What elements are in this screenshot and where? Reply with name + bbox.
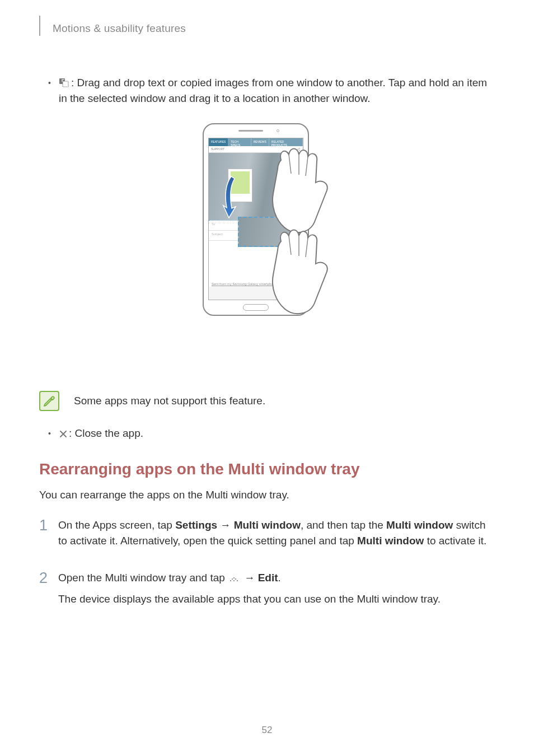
figure-subject-label: Subject	[212, 232, 223, 239]
step-text: to activate it.	[424, 535, 486, 547]
bullet-drag-text: : Drag and drop text or copied images fr…	[59, 77, 487, 104]
svg-point-8	[233, 580, 235, 581]
label-multi-window-switch: Multi window	[386, 519, 453, 531]
note-callout: Some apps may not support this feature.	[39, 391, 495, 411]
svg-rect-1	[63, 81, 68, 87]
note-icon	[39, 391, 59, 411]
hand-lower-icon	[253, 216, 343, 322]
bullet-drag: • : Drag and drop text or copied images …	[48, 75, 495, 106]
label-settings: Settings	[175, 519, 217, 531]
header-section-title: Motions & usability features	[53, 21, 186, 35]
section-intro: You can rearrange the apps on the Multi …	[39, 487, 495, 503]
bullet-close: • : Close the app.	[48, 426, 495, 441]
step-2: 2 Open the Multi window tray and tap → E…	[39, 570, 495, 613]
arrow-icon: →	[241, 572, 258, 584]
svg-point-5	[230, 580, 231, 581]
bullet-marker: •	[48, 426, 51, 441]
step-2-line2: The device displays the available apps t…	[58, 591, 495, 607]
svg-point-7	[233, 577, 235, 578]
drag-arrow-icon	[221, 173, 241, 223]
step-2-body: Open the Multi window tray and tap → Edi…	[58, 570, 495, 613]
step-text: , and then tap the	[301, 519, 386, 531]
label-multi-window-panel: Multi window	[357, 535, 424, 547]
step-text: Open the Multi window tray and tap	[58, 572, 228, 584]
label-edit: Edit	[258, 572, 278, 584]
bullet-drag-body: : Drag and drop text or copied images fr…	[59, 75, 495, 106]
figure-to-label: To	[212, 222, 215, 228]
svg-point-10	[237, 580, 238, 581]
section-heading: Rearranging apps on the Multi window tra…	[39, 460, 495, 478]
figure-drag-drop: FEATURES TECH SPECS REVIEWS RELATED PROD…	[39, 123, 495, 364]
header-rule	[39, 16, 40, 36]
bullet-close-body: : Close the app.	[59, 426, 495, 441]
step-text: .	[278, 572, 281, 584]
running-header: Motions & usability features	[39, 21, 495, 36]
phone-illustration: FEATURES TECH SPECS REVIEWS RELATED PROD…	[197, 123, 337, 364]
step-number: 2	[39, 570, 58, 613]
bullet-close-text: : Close the app.	[69, 427, 143, 439]
arrow-icon: →	[217, 519, 234, 531]
svg-point-9	[235, 578, 236, 580]
step-number: 1	[39, 517, 58, 554]
svg-point-6	[232, 578, 233, 580]
note-text: Some apps may not support this feature.	[74, 391, 265, 411]
page-number: 52	[0, 725, 534, 736]
figure-tab: TECH SPECS	[228, 138, 251, 146]
bullet-marker: •	[48, 75, 51, 106]
step-text: On the Apps screen, tap	[58, 519, 175, 531]
figure-support-label: SUPPORT	[211, 147, 224, 151]
close-icon	[59, 430, 68, 438]
drag-content-icon	[59, 78, 70, 88]
step-1: 1 On the Apps screen, tap Settings → Mul…	[39, 517, 495, 554]
label-multi-window: Multi window	[234, 519, 301, 531]
more-menu-icon	[228, 575, 240, 583]
step-1-body: On the Apps screen, tap Settings → Multi…	[58, 517, 495, 554]
figure-tab: FEATURES	[209, 138, 228, 146]
